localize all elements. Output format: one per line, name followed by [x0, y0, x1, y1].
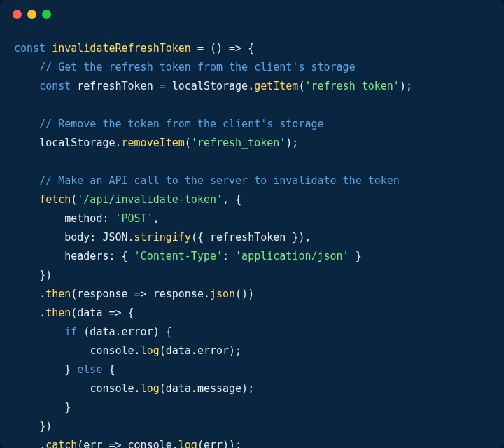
method-name: log: [141, 382, 160, 395]
code-text: (data.error) {: [77, 326, 172, 338]
string-literal: 'POST': [115, 212, 153, 225]
code-text: headers: {: [64, 250, 134, 262]
paren: (err));: [197, 439, 241, 448]
code-text: (err => console.: [77, 439, 178, 448]
paren: (: [71, 193, 77, 206]
keyword: else: [77, 363, 102, 376]
function-name: invalidateRefreshToken: [52, 42, 191, 55]
method-name: log: [141, 344, 160, 357]
string-literal: 'refresh_token': [304, 80, 399, 92]
keyword: const: [39, 80, 71, 92]
method-name: json: [210, 288, 235, 300]
code-text: localStorage.: [39, 136, 121, 149]
zoom-icon[interactable]: [42, 10, 51, 19]
code-text: }): [39, 269, 52, 281]
code-text: method:: [64, 212, 115, 225]
string-literal: 'refresh_token': [191, 136, 286, 149]
code-block: const invalidateRefreshToken = () => { /…: [14, 39, 490, 448]
keyword: if: [64, 326, 77, 338]
comment: // Remove the token from the client's st…: [39, 118, 323, 130]
comment: // Make an API call to the server to inv…: [39, 174, 400, 187]
code-text: = () => {: [191, 42, 254, 55]
close-icon[interactable]: [13, 10, 22, 19]
string-literal: '/api/invalidate-token': [77, 193, 223, 206]
method-name: then: [46, 288, 71, 300]
string-literal: 'Content-Type': [134, 250, 223, 262]
minimize-icon[interactable]: [27, 10, 36, 19]
method-name: getItem: [254, 80, 298, 92]
colon: :: [223, 250, 235, 262]
method-name: log: [178, 439, 197, 448]
keyword: const: [14, 42, 46, 55]
function-name: fetch: [39, 193, 71, 206]
code-text: (data => {: [71, 307, 134, 319]
code-text: console.: [90, 344, 140, 357]
code-text: console.: [90, 382, 140, 395]
brace: }: [349, 250, 362, 262]
code-text: ({ refreshToken }),: [191, 231, 312, 244]
paren: );: [286, 136, 298, 149]
brace: }: [64, 401, 71, 414]
method-name: catch: [46, 439, 77, 448]
code-text: (response => response.: [71, 288, 210, 300]
comma: ,: [153, 212, 160, 225]
brace: {: [102, 363, 115, 376]
comment: // Get the refresh token from the client…: [39, 61, 356, 74]
code-text: refreshToken = localStorage.: [71, 80, 254, 92]
code-text: (data.error);: [160, 344, 241, 357]
paren: (: [185, 136, 191, 149]
dot: .: [39, 307, 46, 319]
window-controls: [13, 10, 51, 19]
method-name: removeItem: [122, 136, 185, 149]
method-name: stringify: [134, 231, 191, 244]
string-literal: 'application/json': [235, 250, 349, 262]
code-text: body: JSON.: [64, 231, 134, 244]
method-name: then: [46, 307, 71, 319]
paren: ()): [235, 288, 254, 300]
code-text: (data.message);: [160, 382, 254, 395]
paren: );: [400, 80, 412, 92]
code-text: }): [39, 420, 52, 433]
dot: .: [39, 288, 46, 300]
dot: .: [39, 439, 46, 448]
code-window: const invalidateRefreshToken = () => { /…: [0, 0, 504, 448]
code-text: , {: [223, 193, 241, 206]
brace: }: [64, 363, 77, 376]
